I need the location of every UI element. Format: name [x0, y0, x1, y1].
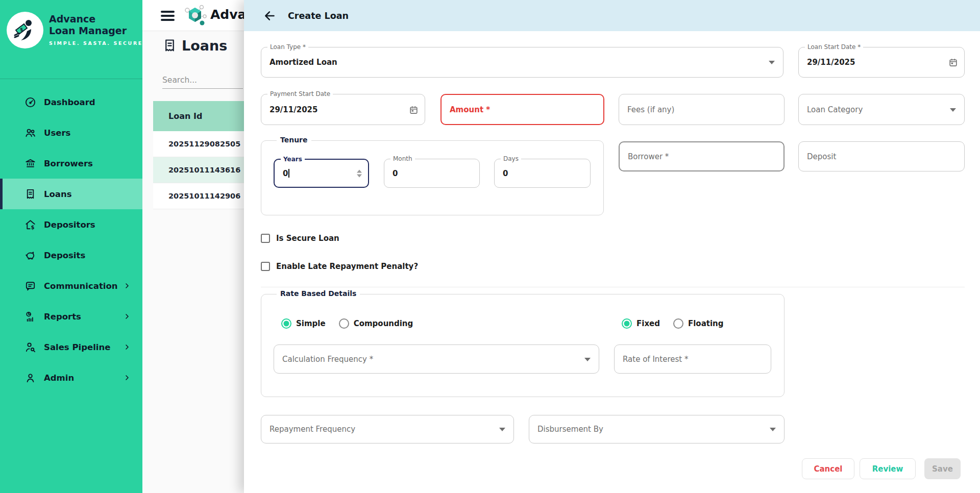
radio-fixed-label: Fixed: [636, 319, 660, 328]
sidebar-item-depositors[interactable]: $ Depositors: [0, 209, 142, 240]
create-loan-panel: Create Loan Loan Type * Amortized Loan L…: [244, 0, 980, 493]
loan-id-table: Loan Id 20251129082505 20251011143616 20…: [153, 101, 244, 209]
radio-selected-icon[interactable]: [281, 318, 291, 329]
tenure-days-input[interactable]: Days 0: [494, 159, 591, 188]
calendar-icon[interactable]: [948, 58, 958, 67]
sidebar-item-communication[interactable]: Communication: [0, 270, 142, 301]
radio-unselected-icon[interactable]: [339, 318, 349, 329]
is-secure-loan-label: Is Secure Loan: [276, 234, 339, 243]
tenure-group: Tenure Years 0 Month 0 Days 0: [261, 140, 604, 215]
rate-type-radios: Fixed Floating: [622, 318, 724, 329]
radio-unselected-icon[interactable]: [673, 318, 683, 329]
rate-details-legend: Rate Based Details: [277, 289, 360, 298]
rate-based-details-group: Rate Based Details Simple Compounding Fi…: [261, 294, 785, 397]
disbursement-by-label: Disbursement By: [537, 425, 603, 434]
loan-row[interactable]: 20251011142906: [153, 183, 244, 209]
svg-text:$: $: [20, 27, 23, 32]
tenure-month-label: Month: [390, 155, 415, 162]
radio-compounding[interactable]: Compounding: [339, 318, 413, 329]
sidebar-item-reports[interactable]: Reports: [0, 301, 142, 332]
loan-type-label: Loan Type *: [267, 43, 308, 51]
piggy-bank-icon: [24, 249, 36, 261]
loan-row[interactable]: 20251129082505: [153, 131, 244, 157]
review-button[interactable]: Review: [860, 458, 916, 479]
radio-selected-icon[interactable]: [622, 318, 632, 329]
borrower-field[interactable]: Borrower *: [619, 141, 785, 171]
sidebar-item-deposits[interactable]: Deposits: [0, 240, 142, 270]
brand-logo: $ Advance Loan Manager SIMPLE. SASTA. SE…: [0, 0, 142, 79]
topbar: Advan: [142, 0, 244, 31]
create-loan-header: Create Loan: [244, 0, 980, 31]
save-button[interactable]: Save: [924, 458, 961, 479]
loan-type-value: Amortized Loan: [270, 58, 337, 67]
disbursement-by-select[interactable]: Disbursement By: [529, 415, 785, 443]
chevron-right-icon: [123, 312, 131, 321]
loan-type-select[interactable]: Loan Type * Amortized Loan: [261, 47, 783, 78]
sidebar-item-borrowers[interactable]: Borrowers: [0, 148, 142, 179]
tenure-years-label: Years: [281, 156, 305, 163]
checkbox-icon[interactable]: [261, 262, 270, 271]
calendar-icon[interactable]: [409, 105, 419, 114]
section-divider: [261, 287, 965, 287]
radio-compounding-label: Compounding: [354, 319, 413, 328]
sidebar-item-dashboard[interactable]: Dashboard: [0, 87, 142, 117]
sidebar-item-users[interactable]: Users: [0, 117, 142, 148]
search-input[interactable]: [162, 71, 243, 89]
loan-start-date-field[interactable]: Loan Start Date * 29/11/2025: [798, 47, 965, 78]
calculation-frequency-label: Calculation Frequency *: [282, 355, 373, 364]
radio-fixed[interactable]: Fixed: [622, 318, 660, 329]
is-secure-loan-checkbox[interactable]: Is Secure Loan: [261, 234, 339, 243]
tenure-legend: Tenure: [277, 136, 311, 144]
cancel-button[interactable]: Cancel: [802, 458, 854, 479]
loan-category-label: Loan Category: [807, 105, 863, 114]
tenure-days-value: 0: [503, 169, 508, 178]
chevron-down-icon: [769, 61, 775, 64]
sidebar-item-loans[interactable]: Loans: [0, 179, 142, 209]
number-stepper-icon[interactable]: [357, 169, 362, 177]
tenure-years-value: 0: [283, 169, 289, 178]
loan-category-select[interactable]: Loan Category: [798, 94, 965, 125]
calculation-frequency-select[interactable]: Calculation Frequency *: [274, 344, 599, 374]
sidebar-item-label: Admin: [44, 373, 74, 383]
sidebar-item-label: Communication: [44, 281, 118, 291]
menu-icon[interactable]: [161, 11, 175, 23]
payment-start-date-value: 29/11/2025: [270, 105, 317, 114]
sidebar-item-label: Deposits: [44, 251, 85, 260]
chat-icon: [24, 280, 36, 292]
chevron-down-icon: [950, 108, 956, 112]
tenure-month-input[interactable]: Month 0: [384, 159, 480, 188]
sidebar-item-label: Reports: [44, 312, 81, 322]
brand-title-line1: Advance: [49, 13, 143, 25]
svg-text:$: $: [31, 225, 34, 230]
tenure-days-label: Days: [501, 155, 521, 162]
rate-of-interest-field[interactable]: Rate of Interest *: [614, 344, 771, 374]
radio-floating[interactable]: Floating: [673, 318, 724, 329]
sidebar-item-label: Loans: [44, 189, 72, 199]
fees-field[interactable]: Fees (if any): [619, 94, 785, 125]
loan-id-header: Loan Id: [153, 101, 244, 131]
radio-simple[interactable]: Simple: [281, 318, 326, 329]
late-penalty-label: Enable Late Repayment Penalty?: [276, 262, 418, 271]
amount-field[interactable]: Amount *: [440, 94, 604, 125]
radio-floating-label: Floating: [688, 319, 724, 328]
app-logo-icon: [183, 4, 207, 28]
brand-title-line2: Loan Manager: [49, 25, 143, 37]
payment-start-date-label: Payment Start Date: [267, 90, 333, 97]
house-dollar-icon: $: [24, 218, 36, 231]
loan-row-selected[interactable]: 20251011143616: [153, 157, 244, 183]
tenure-years-input[interactable]: Years 0: [274, 159, 369, 188]
late-penalty-checkbox[interactable]: Enable Late Repayment Penalty?: [261, 262, 418, 271]
back-arrow-icon[interactable]: [263, 9, 277, 22]
repayment-frequency-label: Repayment Frequency: [270, 425, 355, 434]
person-icon: [24, 372, 36, 384]
payment-start-date-field[interactable]: Payment Start Date 29/11/2025: [261, 94, 425, 125]
repayment-frequency-select[interactable]: Repayment Frequency: [261, 415, 514, 443]
checkbox-icon[interactable]: [261, 234, 270, 243]
brand-tagline: SIMPLE. SASTA. SECURE: [49, 40, 143, 46]
deposit-field[interactable]: Deposit: [798, 141, 965, 171]
loan-start-date-value: 29/11/2025: [807, 58, 855, 67]
sidebar-item-admin[interactable]: Admin: [0, 362, 142, 393]
fees-label: Fees (if any): [627, 105, 674, 114]
sidebar-item-sales-pipeline[interactable]: Sales Pipeline: [0, 332, 142, 362]
receipt-icon: [162, 38, 177, 53]
